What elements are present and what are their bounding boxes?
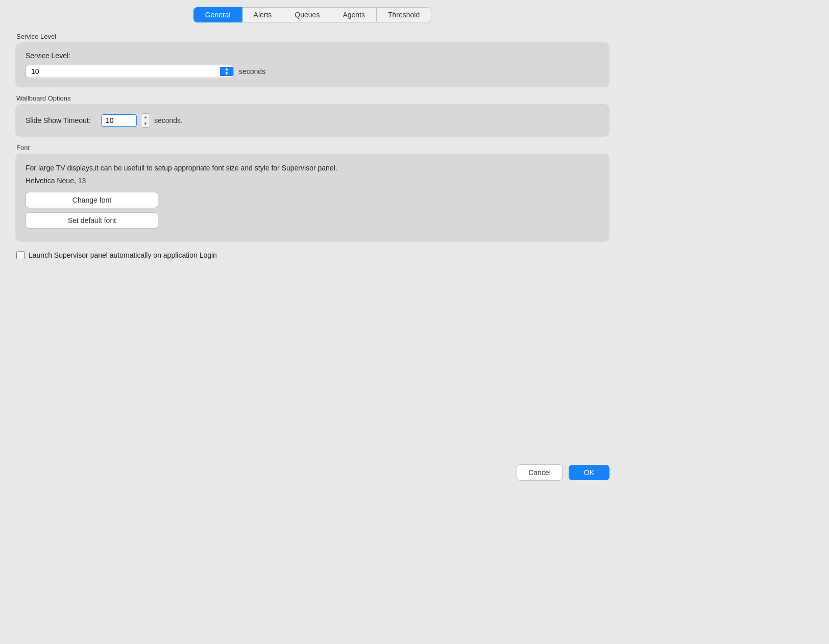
slideshow-stepper[interactable]: ▲ ▼ (141, 113, 150, 128)
slideshow-row: Slide Show Timeout: ▲ ▼ seconds. (26, 113, 599, 128)
font-description: For large TV displays,it can be usefull … (26, 163, 599, 174)
tab-general[interactable]: General (193, 7, 242, 22)
font-box: For large TV displays,it can be usefull … (15, 154, 609, 242)
service-level-input[interactable] (26, 65, 220, 78)
slideshow-units: seconds. (154, 116, 183, 125)
service-level-input-stepper: ▲ ▼ (26, 65, 234, 78)
wallboard-box: Slide Show Timeout: ▲ ▼ seconds. (15, 104, 609, 137)
change-font-button[interactable]: Change font (26, 192, 158, 208)
tab-threshold[interactable]: Threshold (377, 7, 431, 22)
cancel-button[interactable]: Cancel (517, 464, 563, 481)
font-name: Helvetica Neue, 13 (26, 177, 599, 185)
service-level-section: Service Level Service Level: ▲ ▼ seconds (15, 33, 609, 87)
main-content: Service Level Service Level: ▲ ▼ seconds… (0, 28, 625, 457)
service-level-stepper[interactable]: ▲ ▼ (220, 67, 233, 76)
wallboard-section-label: Wallboard Options (15, 94, 609, 102)
slideshow-input[interactable] (101, 114, 137, 127)
ok-button[interactable]: OK (569, 465, 609, 480)
tab-alerts[interactable]: Alerts (242, 7, 284, 22)
service-level-box: Service Level: ▲ ▼ seconds (15, 42, 609, 87)
footer: Cancel OK (0, 457, 625, 491)
service-level-section-label: Service Level (15, 33, 609, 40)
launch-checkbox-row: Launch Supervisor panel automatically on… (15, 249, 609, 261)
tabs-bar: General Alerts Queues Agents Threshold (0, 0, 625, 28)
font-section: Font For large TV displays,it can be use… (15, 144, 609, 242)
service-level-input-wrap: ▲ ▼ seconds (26, 65, 599, 78)
font-section-label: Font (15, 144, 609, 152)
set-default-font-button[interactable]: Set default font (26, 212, 158, 229)
slideshow-label: Slide Show Timeout: (26, 116, 97, 125)
slideshow-stepper-up[interactable]: ▲ (141, 114, 150, 120)
slideshow-stepper-down[interactable]: ▼ (141, 120, 150, 127)
service-level-field-label: Service Level: (26, 52, 599, 60)
service-level-units: seconds (239, 67, 265, 76)
wallboard-section: Wallboard Options Slide Show Timeout: ▲ … (15, 94, 609, 137)
launch-checkbox-label: Launch Supervisor panel automatically on… (29, 251, 217, 259)
tab-agents[interactable]: Agents (331, 7, 377, 22)
tab-queues[interactable]: Queues (283, 7, 331, 22)
launch-checkbox[interactable] (16, 251, 25, 259)
stepper-down-icon: ▼ (225, 71, 229, 76)
